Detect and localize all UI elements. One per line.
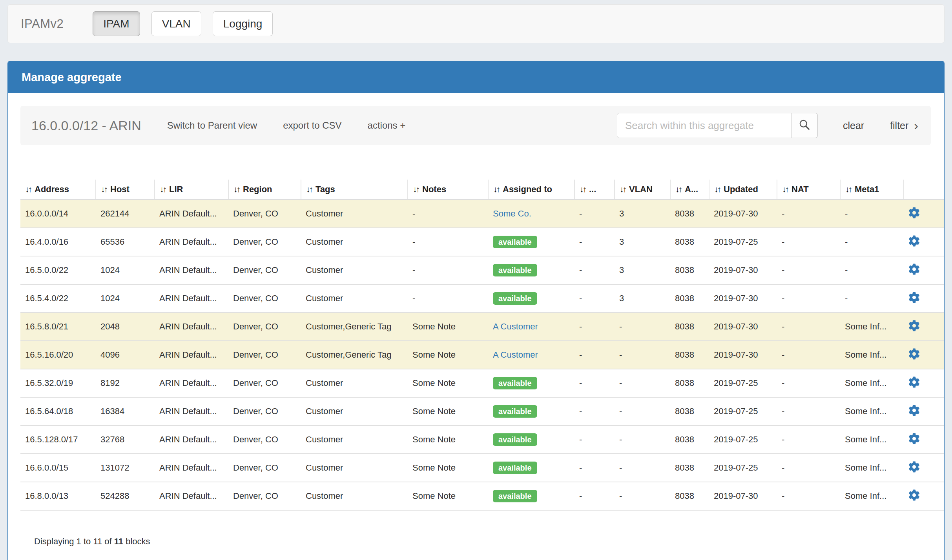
status-count: 11	[114, 536, 123, 546]
column-label: ...	[589, 184, 596, 194]
updated-cell: 2019-07-25	[709, 425, 777, 454]
host-cell: 65536	[96, 228, 155, 256]
nat-cell: -	[777, 284, 840, 313]
column-label: Notes	[422, 184, 446, 194]
vlan-cell: -	[615, 341, 670, 369]
column-header-lir[interactable]: ↓↑LIR	[155, 180, 228, 200]
chevron-right-icon: ›	[914, 119, 918, 132]
vlan-cell: -	[615, 425, 670, 454]
row-actions-cell	[904, 200, 944, 228]
sort-icon: ↓↑	[160, 185, 166, 194]
column-header-truncated[interactable]: ↓↑...	[574, 180, 615, 200]
available-badge: available	[493, 236, 537, 248]
clear-filter-link[interactable]: clear	[843, 120, 864, 131]
tab-vlan[interactable]: VLAN	[151, 11, 201, 36]
table-body: 16.0.0.0/14262144ARIN Default...Denver, …	[20, 200, 944, 510]
sort-icon: ↓↑	[101, 185, 107, 194]
extra-cell: -	[574, 425, 615, 454]
lir-cell: ARIN Default...	[155, 284, 228, 313]
gear-icon[interactable]	[908, 264, 920, 275]
meta1-cell: Some Inf...	[840, 341, 904, 369]
gear-icon[interactable]	[908, 348, 920, 360]
column-header-a-truncated[interactable]: ↓↑A...	[670, 180, 709, 200]
search-button[interactable]	[792, 113, 818, 138]
status-prefix: Displaying 1 to 11 of	[34, 536, 114, 546]
updated-cell: 2019-07-25	[709, 369, 777, 397]
region-cell: Denver, CO	[228, 425, 301, 454]
column-header-updated[interactable]: ↓↑Updated	[709, 180, 777, 200]
column-header-assigned-to[interactable]: ↓↑Assigned to	[488, 180, 574, 200]
region-cell: Denver, CO	[228, 454, 301, 482]
column-header-address[interactable]: ↓↑Address	[20, 180, 96, 200]
extra-cell: -	[574, 256, 615, 284]
column-header-meta1[interactable]: ↓↑Meta1	[840, 180, 904, 200]
gear-icon[interactable]	[908, 376, 920, 388]
gear-icon[interactable]	[908, 292, 920, 303]
switch-parent-view-link[interactable]: Switch to Parent view	[167, 120, 257, 131]
asn-cell: 8038	[670, 313, 709, 341]
region-cell: Denver, CO	[228, 284, 301, 313]
assigned-cell: Some Co.	[488, 200, 574, 228]
assigned-customer-link[interactable]: A Customer	[493, 350, 538, 360]
tags-cell: Customer	[301, 454, 408, 482]
tab-logging[interactable]: Logging	[213, 11, 273, 36]
table-row: 16.5.8.0/212048ARIN Default...Denver, CO…	[20, 313, 944, 341]
tags-cell: Customer,Generic Tag	[301, 313, 408, 341]
gear-icon[interactable]	[908, 235, 920, 247]
export-csv-link[interactable]: export to CSV	[283, 120, 341, 131]
column-label: Region	[243, 184, 272, 194]
tab-ipam[interactable]: IPAM	[93, 11, 140, 36]
address-cell: 16.4.0.0/16	[20, 228, 96, 256]
assigned-customer-link[interactable]: Some Co.	[493, 209, 531, 218]
gear-icon[interactable]	[908, 489, 920, 501]
sort-icon: ↓↑	[306, 185, 312, 194]
column-header-vlan[interactable]: ↓↑VLAN	[615, 180, 670, 200]
nat-cell: -	[777, 228, 840, 256]
filter-link[interactable]: filter ›	[890, 119, 918, 132]
asn-cell: 8038	[670, 284, 709, 313]
column-header-region[interactable]: ↓↑Region	[228, 180, 301, 200]
search-input[interactable]	[617, 113, 792, 138]
sort-icon: ↓↑	[25, 185, 31, 194]
nat-cell: -	[777, 482, 840, 510]
notes-cell: -	[408, 228, 488, 256]
page: IPAMv2 IPAM VLAN Logging Manage aggregat…	[0, 0, 952, 560]
host-cell: 8192	[96, 369, 155, 397]
lir-cell: ARIN Default...	[155, 482, 228, 510]
gear-icon[interactable]	[908, 433, 920, 444]
address-cell: 16.5.4.0/22	[20, 284, 96, 313]
column-label: Meta1	[855, 184, 879, 194]
column-header-host[interactable]: ↓↑Host	[96, 180, 155, 200]
gear-icon[interactable]	[908, 405, 920, 416]
assigned-customer-link[interactable]: A Customer	[493, 322, 538, 331]
notes-cell: -	[408, 284, 488, 313]
assigned-cell: A Customer	[488, 313, 574, 341]
nat-cell: -	[777, 256, 840, 284]
row-actions-cell	[904, 228, 944, 256]
sort-icon: ↓↑	[580, 185, 585, 194]
meta1-cell: Some Inf...	[840, 454, 904, 482]
updated-cell: 2019-07-25	[709, 228, 777, 256]
nat-cell: -	[777, 200, 840, 228]
column-label: VLAN	[629, 184, 653, 194]
column-header-notes[interactable]: ↓↑Notes	[408, 180, 488, 200]
nat-cell: -	[777, 341, 840, 369]
gear-icon[interactable]	[908, 320, 920, 331]
row-actions-cell	[904, 482, 944, 510]
gear-icon[interactable]	[908, 461, 920, 473]
tags-cell: Customer	[301, 200, 408, 228]
notes-cell: Some Note	[408, 313, 488, 341]
gear-icon[interactable]	[908, 207, 920, 218]
region-cell: Denver, CO	[228, 256, 301, 284]
region-cell: Denver, CO	[228, 228, 301, 256]
assigned-cell: available	[488, 256, 574, 284]
actions-menu-link[interactable]: actions +	[368, 120, 406, 131]
table-row: 16.5.16.0/204096ARIN Default...Denver, C…	[20, 341, 944, 369]
extra-cell: -	[574, 482, 615, 510]
address-cell: 16.5.8.0/21	[20, 313, 96, 341]
column-header-nat[interactable]: ↓↑NAT	[777, 180, 840, 200]
column-header-tags[interactable]: ↓↑Tags	[301, 180, 408, 200]
extra-cell: -	[574, 341, 615, 369]
available-badge: available	[493, 433, 537, 446]
host-cell: 131072	[96, 454, 155, 482]
